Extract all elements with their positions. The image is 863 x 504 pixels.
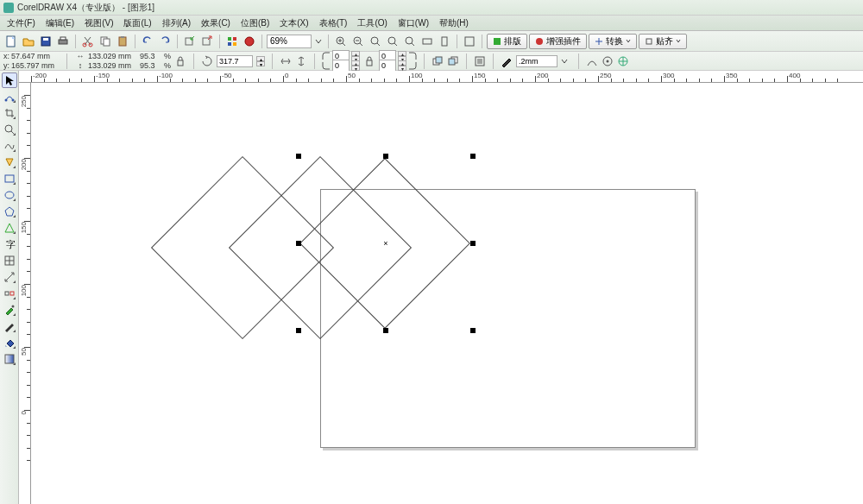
svg-point-41	[5, 125, 12, 132]
zoom-out-icon[interactable]	[350, 34, 366, 49]
horizontal-ruler[interactable]: -200-150-100-50050100150200250300350400	[19, 71, 863, 83]
spinner[interactable]: ▴▾	[398, 60, 406, 71]
mirror-h-icon[interactable]	[280, 55, 292, 67]
new-icon[interactable]	[3, 34, 19, 49]
app-launcher-icon[interactable]	[224, 34, 240, 49]
zoom-height-icon[interactable]	[437, 34, 452, 49]
convert-button[interactable]: 转换	[589, 34, 637, 49]
print-icon[interactable]	[55, 34, 71, 49]
menu-tools[interactable]: 工具(O)	[352, 16, 392, 31]
y-value[interactable]: 165.797 mm	[11, 61, 60, 70]
zoom-page-icon[interactable]	[402, 34, 418, 49]
to-front-icon[interactable]	[432, 55, 444, 67]
cut-icon[interactable]	[80, 34, 96, 49]
options-icon[interactable]	[602, 55, 614, 67]
corner-br-input[interactable]	[379, 60, 396, 72]
selection-handle-ml[interactable]	[296, 241, 301, 246]
table-tool[interactable]	[2, 253, 17, 268]
rotation-spinner[interactable]: ▴▾	[256, 56, 265, 66]
copy-icon[interactable]	[98, 34, 113, 49]
outline-dropdown-icon[interactable]	[561, 58, 571, 65]
zoom-tool[interactable]	[2, 122, 17, 137]
wrap-text-icon[interactable]	[474, 55, 486, 67]
zoom-width-icon[interactable]	[419, 34, 435, 49]
basic-shapes-tool[interactable]	[2, 220, 17, 236]
dimension-tool[interactable]	[2, 269, 17, 285]
outline-width-input[interactable]	[516, 55, 557, 67]
menu-view[interactable]: 视图(V)	[79, 16, 118, 31]
x-value[interactable]: 57.647 mm	[11, 52, 60, 60]
menu-layout[interactable]: 版面(L)	[118, 16, 156, 31]
height-value[interactable]: 133.029 mm	[88, 61, 136, 70]
menu-text[interactable]: 文本(X)	[274, 16, 313, 31]
text-tool[interactable]: 字	[2, 236, 17, 252]
zoom-dropdown-icon[interactable]	[313, 34, 324, 49]
typeset-button[interactable]: 排版	[487, 34, 527, 49]
shape-tool[interactable]	[2, 89, 17, 104]
separator	[272, 54, 273, 69]
height-icon: ↕	[74, 60, 86, 72]
zoom-selection-icon[interactable]	[368, 34, 383, 49]
menu-file[interactable]: 文件(F)	[2, 16, 41, 31]
rectangle-tool[interactable]	[2, 171, 17, 186]
menu-window[interactable]: 窗口(W)	[393, 16, 434, 31]
welcome-icon[interactable]	[242, 34, 257, 49]
selection-handle-tl[interactable]	[296, 154, 301, 159]
interactive-fill-tool[interactable]	[2, 351, 17, 367]
export-icon[interactable]	[199, 34, 215, 49]
paste-icon[interactable]	[115, 34, 130, 49]
enhance-plugin-button[interactable]: 增强插件	[529, 34, 587, 49]
crop-tool[interactable]	[2, 105, 17, 121]
selection-handle-mr[interactable]	[470, 241, 476, 246]
svg-rect-23	[423, 39, 432, 44]
zoom-level-input[interactable]	[267, 35, 312, 48]
undo-icon[interactable]	[140, 34, 155, 49]
selection-handle-br[interactable]	[470, 328, 476, 333]
web-icon[interactable]	[617, 55, 629, 67]
vertical-ruler[interactable]: 250200150100500	[19, 83, 31, 504]
save-icon[interactable]	[38, 34, 54, 49]
selection-handle-bl[interactable]	[296, 328, 301, 333]
outline-tool[interactable]	[2, 318, 17, 334]
to-back-icon[interactable]	[447, 55, 459, 67]
zoom-in-icon[interactable]	[333, 34, 349, 49]
selection-handle-tm[interactable]	[383, 154, 388, 159]
menu-bitmap[interactable]: 位图(B)	[236, 16, 274, 31]
open-icon[interactable]	[21, 34, 36, 49]
menu-help[interactable]: 帮助(H)	[434, 16, 474, 31]
menu-effects[interactable]: 效果(C)	[196, 16, 236, 31]
scale-y-value[interactable]: 95.3	[140, 61, 162, 70]
size-group: ↔133.029 mm ↕133.029 mm	[74, 52, 136, 70]
zoom-all-icon[interactable]	[385, 34, 400, 49]
menu-arrange[interactable]: 排列(A)	[157, 16, 196, 31]
rotation-input[interactable]	[217, 55, 253, 67]
interactive-blend-tool[interactable]	[2, 286, 17, 301]
menu-table[interactable]: 表格(T)	[314, 16, 353, 31]
width-value[interactable]: 133.029 mm	[88, 52, 136, 60]
fullscreen-icon[interactable]	[462, 34, 477, 49]
svg-point-21	[388, 37, 395, 44]
eyedropper-tool[interactable]	[2, 302, 17, 318]
selection-handle-bm[interactable]	[383, 328, 388, 333]
snap-button[interactable]: 贴齐	[639, 34, 687, 49]
freehand-tool[interactable]	[2, 138, 17, 154]
selection-handle-tr[interactable]	[470, 154, 476, 159]
import-icon[interactable]	[182, 34, 198, 49]
ellipse-tool[interactable]	[2, 187, 17, 203]
corner-bl-input[interactable]	[332, 60, 350, 72]
smart-fill-tool[interactable]	[2, 154, 17, 170]
spinner[interactable]: ▴▾	[351, 60, 360, 71]
separator	[261, 35, 262, 48]
menu-edit[interactable]: 编辑(E)	[41, 16, 79, 31]
polygon-tool[interactable]	[2, 204, 17, 219]
fill-tool[interactable]	[2, 335, 17, 350]
scale-x-value[interactable]: 95.3	[140, 52, 162, 60]
canvas[interactable]: ×	[31, 83, 863, 504]
corner-lock-icon[interactable]	[363, 55, 375, 67]
convert-curves-icon[interactable]	[586, 55, 598, 67]
selection-center-mark[interactable]: ×	[382, 240, 389, 247]
pick-tool[interactable]	[2, 72, 17, 88]
mirror-v-icon[interactable]	[295, 55, 307, 67]
redo-icon[interactable]	[157, 34, 173, 49]
lock-ratio-icon[interactable]	[174, 55, 186, 67]
